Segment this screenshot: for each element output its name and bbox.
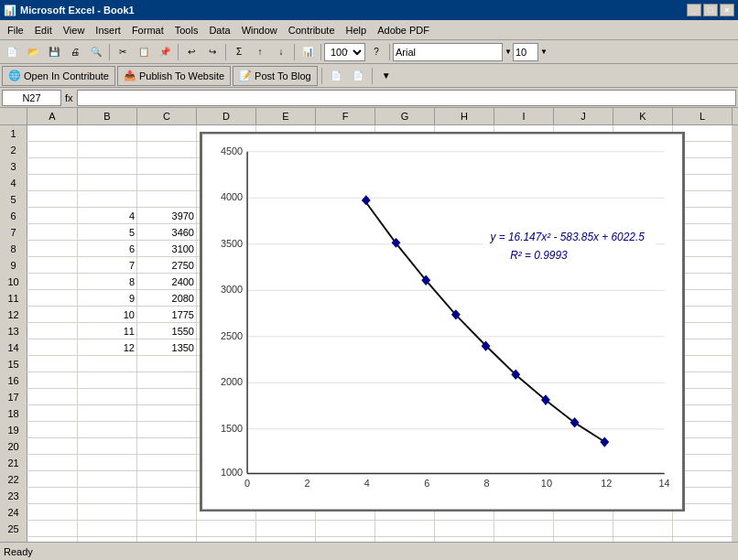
cell-B20[interactable] bbox=[78, 438, 137, 455]
redo-btn[interactable]: ↪ bbox=[202, 42, 222, 62]
cell-A8[interactable] bbox=[27, 241, 78, 257]
cell-L25[interactable] bbox=[673, 521, 733, 537]
cell-H25[interactable] bbox=[435, 521, 494, 537]
cell-C20[interactable] bbox=[137, 438, 197, 455]
cell-C6[interactable]: 3970 bbox=[137, 208, 197, 224]
menu-view[interactable]: View bbox=[58, 23, 91, 38]
cell-D25[interactable] bbox=[197, 521, 256, 537]
row-header-22[interactable]: 22 bbox=[0, 471, 27, 488]
row-header-10[interactable]: 10 bbox=[0, 274, 27, 290]
cell-C22[interactable] bbox=[137, 471, 197, 488]
contrib-extra-btn[interactable]: ▼ bbox=[376, 66, 396, 86]
close-btn[interactable]: × bbox=[720, 4, 734, 16]
cell-C9[interactable]: 2750 bbox=[137, 257, 197, 274]
cell-C16[interactable] bbox=[137, 372, 197, 389]
cell-A11[interactable] bbox=[27, 290, 78, 307]
cell-C10[interactable]: 2400 bbox=[137, 274, 197, 290]
cell-F25[interactable] bbox=[316, 521, 375, 537]
col-header-i[interactable]: I bbox=[494, 108, 554, 124]
cell-B17[interactable] bbox=[78, 389, 137, 405]
col-header-b[interactable]: B bbox=[78, 108, 137, 124]
font-input[interactable] bbox=[393, 43, 503, 61]
cell-A9[interactable] bbox=[27, 257, 78, 274]
cell-B15[interactable] bbox=[78, 356, 137, 372]
col-header-h[interactable]: H bbox=[435, 108, 494, 124]
row-header-9[interactable]: 9 bbox=[0, 257, 27, 274]
cell-C2[interactable] bbox=[137, 142, 197, 158]
col-header-j[interactable]: J bbox=[554, 108, 613, 124]
cut-btn[interactable]: ✂ bbox=[113, 42, 133, 62]
cell-C23[interactable] bbox=[137, 488, 197, 504]
cell-B21[interactable] bbox=[78, 455, 137, 471]
cell-C5[interactable] bbox=[137, 191, 197, 208]
contrib-pdf-btn1[interactable]: 📄 bbox=[326, 66, 346, 86]
row-header-18[interactable]: 18 bbox=[0, 405, 27, 422]
col-header-k[interactable]: K bbox=[613, 108, 673, 124]
cell-A19[interactable] bbox=[27, 422, 78, 438]
cell-C25[interactable] bbox=[137, 521, 197, 537]
cell-C17[interactable] bbox=[137, 389, 197, 405]
cell-B3[interactable] bbox=[78, 158, 137, 175]
sort-desc-btn[interactable]: ↓ bbox=[271, 42, 291, 62]
cell-C14[interactable]: 1350 bbox=[137, 339, 197, 356]
cell-A24[interactable] bbox=[27, 504, 78, 521]
row-header-19[interactable]: 19 bbox=[0, 422, 27, 438]
menu-tools[interactable]: Tools bbox=[169, 23, 204, 38]
cell-B23[interactable] bbox=[78, 488, 137, 504]
col-header-d[interactable]: D bbox=[197, 108, 256, 124]
cell-B8[interactable]: 6 bbox=[78, 241, 137, 257]
cell-B18[interactable] bbox=[78, 405, 137, 422]
cell-C18[interactable] bbox=[137, 405, 197, 422]
row-header-25[interactable]: 25 bbox=[0, 521, 27, 537]
cell-C4[interactable] bbox=[137, 175, 197, 191]
minimize-btn[interactable]: _ bbox=[687, 4, 701, 16]
cell-B14[interactable]: 12 bbox=[78, 339, 137, 356]
cell-B2[interactable] bbox=[78, 142, 137, 158]
row-header-17[interactable]: 17 bbox=[0, 389, 27, 405]
cell-B7[interactable]: 5 bbox=[78, 224, 137, 241]
cell-B19[interactable] bbox=[78, 422, 137, 438]
cell-E25[interactable] bbox=[256, 521, 316, 537]
post-to-blog-btn[interactable]: 📝 Post To Blog bbox=[233, 66, 318, 86]
cell-B24[interactable] bbox=[78, 504, 137, 521]
row-header-20[interactable]: 20 bbox=[0, 438, 27, 455]
menu-format[interactable]: Format bbox=[126, 23, 169, 38]
cell-B5[interactable] bbox=[78, 191, 137, 208]
cell-C7[interactable]: 3460 bbox=[137, 224, 197, 241]
cell-C13[interactable]: 1550 bbox=[137, 323, 197, 339]
cell-I25[interactable] bbox=[494, 521, 554, 537]
cell-A4[interactable] bbox=[27, 175, 78, 191]
menu-data[interactable]: Data bbox=[203, 23, 235, 38]
cell-B6[interactable]: 4 bbox=[78, 208, 137, 224]
name-box[interactable] bbox=[2, 90, 61, 106]
cell-A5[interactable] bbox=[27, 191, 78, 208]
undo-btn[interactable]: ↩ bbox=[181, 42, 201, 62]
cell-C12[interactable]: 1775 bbox=[137, 307, 197, 323]
chart-btn[interactable]: 📊 bbox=[298, 42, 318, 62]
cell-A14[interactable] bbox=[27, 339, 78, 356]
col-header-a[interactable]: A bbox=[27, 108, 78, 124]
col-header-f[interactable]: F bbox=[316, 108, 375, 124]
sort-asc-btn[interactable]: ↑ bbox=[250, 42, 270, 62]
cell-B9[interactable]: 7 bbox=[78, 257, 137, 274]
row-header-15[interactable]: 15 bbox=[0, 356, 27, 372]
cell-B10[interactable]: 8 bbox=[78, 274, 137, 290]
cell-G25[interactable] bbox=[375, 521, 435, 537]
cell-A16[interactable] bbox=[27, 372, 78, 389]
row-header-3[interactable]: 3 bbox=[0, 158, 27, 175]
contrib-pdf-btn2[interactable]: 📄 bbox=[348, 66, 368, 86]
font-size-input[interactable] bbox=[513, 43, 538, 61]
chart-container[interactable]: 4500 4000 3500 3000 2500 2000 1500 1000 … bbox=[200, 132, 685, 512]
row-header-6[interactable]: 6 bbox=[0, 208, 27, 224]
cell-A13[interactable] bbox=[27, 323, 78, 339]
menu-contribute[interactable]: Contribute bbox=[283, 23, 341, 38]
row-header-24[interactable]: 24 bbox=[0, 504, 27, 521]
cell-A10[interactable] bbox=[27, 274, 78, 290]
publish-website-btn[interactable]: 📤 Publish To Website bbox=[117, 66, 231, 86]
zoom-select[interactable]: 100% 75% 50% bbox=[324, 43, 365, 61]
menu-help[interactable]: Help bbox=[341, 23, 373, 38]
cell-B12[interactable]: 10 bbox=[78, 307, 137, 323]
cell-A17[interactable] bbox=[27, 389, 78, 405]
row-header-14[interactable]: 14 bbox=[0, 339, 27, 356]
maximize-btn[interactable]: □ bbox=[703, 4, 718, 16]
